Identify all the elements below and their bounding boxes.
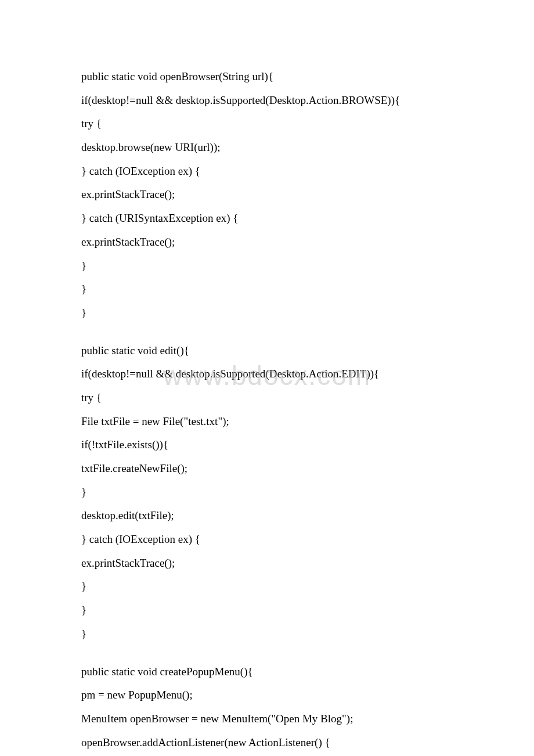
code-line: pm = new PopupMenu(); — [81, 688, 453, 703]
document-page: www.bdocx.com public static void openBro… — [0, 0, 534, 756]
code-line: public static void openBrowser(String ur… — [81, 70, 453, 84]
code-line: } catch (URISyntaxException ex) { — [81, 211, 453, 226]
code-line: public static void createPopupMenu(){ — [81, 665, 453, 679]
blank-line — [81, 651, 453, 665]
code-line: public static void edit(){ — [81, 344, 453, 358]
code-line: try { — [81, 117, 453, 131]
code-line: MenuItem openBrowser = new MenuItem("Ope… — [81, 712, 453, 726]
code-line: File txtFile = new File("test.txt"); — [81, 415, 453, 429]
code-line: } — [81, 627, 453, 642]
code-block: public static void openBrowser(String ur… — [81, 70, 453, 756]
code-line: } — [81, 579, 453, 594]
code-line: } — [81, 485, 453, 500]
code-line: } — [81, 259, 453, 273]
code-line: txtFile.createNewFile(); — [81, 462, 453, 476]
blank-line — [81, 330, 453, 344]
code-line: try { — [81, 391, 453, 405]
code-line: } — [81, 282, 453, 297]
code-line: } — [81, 306, 453, 321]
code-line: if(desktop!=null && desktop.isSupported(… — [81, 367, 453, 381]
code-line: ex.printStackTrace(); — [81, 188, 453, 202]
code-line: ex.printStackTrace(); — [81, 235, 453, 250]
code-line: openBrowser.addActionListener(new Action… — [81, 736, 453, 750]
code-line: if(!txtFile.exists()){ — [81, 438, 453, 452]
code-line: desktop.edit(txtFile); — [81, 509, 453, 523]
code-line: if(desktop!=null && desktop.isSupported(… — [81, 93, 453, 108]
code-line: } catch (IOException ex) { — [81, 532, 453, 547]
code-line: desktop.browse(new URI(url)); — [81, 141, 453, 155]
code-line: ex.printStackTrace(); — [81, 556, 453, 571]
code-line: } catch (IOException ex) { — [81, 164, 453, 179]
code-line: } — [81, 603, 453, 618]
